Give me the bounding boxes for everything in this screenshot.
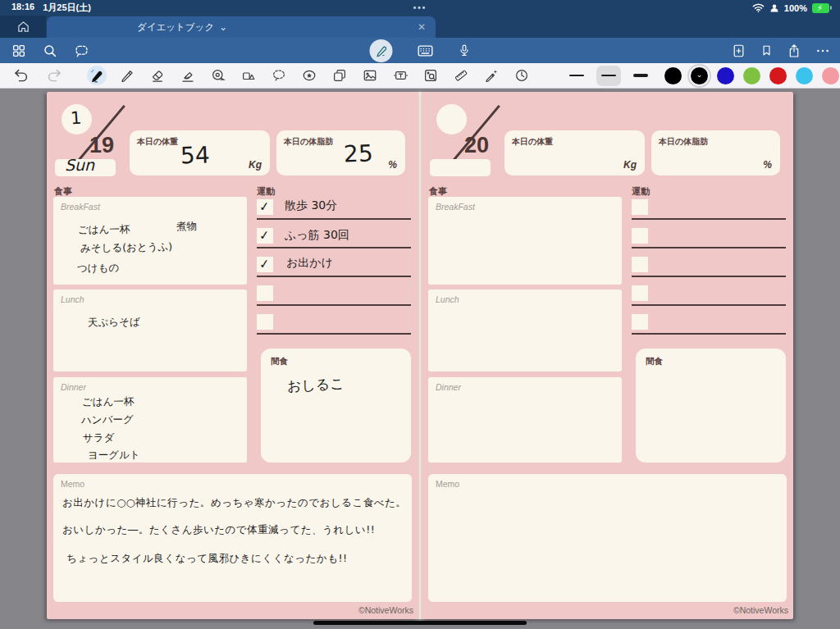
exercise-section-label: 運動 [257,185,275,198]
keyboard-button[interactable] [418,44,434,57]
fat-box: 本日の体脂肪 25 % [276,130,405,175]
clock-time: 18:16 [11,2,34,14]
dinner-label: Dinner [436,382,461,392]
home-indicator[interactable] [313,621,527,625]
color-swatch-black-selected[interactable] [691,67,708,84]
lasso-tool[interactable] [269,66,289,85]
exercise-line [257,218,411,220]
weight-box: 本日の体重 Kg [504,130,645,175]
stroke-width-thick[interactable] [628,66,653,86]
highlighter-tool[interactable] [178,66,198,85]
exercise-line [257,333,411,335]
search-button[interactable] [43,43,57,58]
more-button[interactable] [815,43,830,58]
fat-label: 本日の体脂肪 [284,136,333,148]
handwriting-check-2: ✓ [258,227,270,243]
weight-label: 本日の体重 [512,136,553,148]
handwriting-check-3: ✓ [258,256,270,271]
eraser-tool[interactable] [148,66,167,85]
pencil-tool[interactable] [117,66,137,85]
share-button[interactable] [788,43,801,58]
microphone-button[interactable] [459,43,471,58]
exercise-line [632,247,786,248]
pages-tool[interactable] [330,66,349,85]
snack-box: 間食 [636,349,786,463]
home-button[interactable] [0,16,46,38]
redo-button[interactable] [44,66,64,85]
active-pen-tool-button[interactable] [370,39,393,62]
page-right[interactable]: 20 本日の体重 Kg 本日の体脂肪 % 食事 運動 BreakFast Lun… [422,92,793,619]
multitask-indicator[interactable]: ••• [413,3,427,12]
element-search-tool[interactable] [421,66,441,85]
color-swatch-red[interactable] [769,67,787,84]
date-circle [436,104,467,134]
sticker-tool[interactable] [299,66,319,85]
exercise-line [632,276,786,277]
snack-box: 間食 おしるこ [261,349,411,463]
exercise-checkbox: ✓ [257,199,273,215]
exercise-checkbox [632,257,648,272]
weight-unit: Kg [249,159,262,171]
clock-tool[interactable] [512,66,532,85]
chevron-down-icon[interactable]: ⌄ [219,21,227,33]
color-swatch-cyan[interactable] [796,67,813,84]
handwriting-snack: おしるこ [286,374,345,396]
page-left[interactable]: 1 19 Sun 本日の体重 54 Kg 本日の体脂肪 25 % 食事 [47,92,418,619]
tab-close-button[interactable]: ✕ [418,21,426,33]
lasso-add-button[interactable] [74,43,89,58]
fat-box: 本日の体脂肪 % [651,130,780,175]
tab-strip: ダイエットブック ⌄ ✕ [0,16,840,38]
bookmark-button[interactable] [760,43,773,57]
lunch-box: Lunch [428,289,622,371]
add-page-button[interactable] [732,43,746,58]
exercise-checkbox [632,314,648,330]
handwriting-breakfast-2: みそしる(おとうふ) [80,240,172,256]
thumbnails-grid-button[interactable] [11,43,26,58]
exercise-section-label: 運動 [632,185,650,198]
stroke-width-medium[interactable] [596,66,621,86]
main-toolbar [0,38,840,63]
handwriting-breakfast-1: ごはん一杯 [78,222,130,237]
home-icon [16,20,30,34]
color-swatch-black[interactable] [664,67,682,84]
exercise-line [257,276,411,277]
tools-bar [0,63,840,89]
memo-box: Memo [428,474,787,602]
breakfast-label: BreakFast [61,202,100,212]
image-tool[interactable] [360,66,380,85]
lunch-label: Lunch [61,294,84,304]
handwriting-exercise-1: 散歩 30分 [285,198,337,213]
date-number: 20 [464,133,489,158]
handwriting-dinner-3: サラダ [83,431,115,446]
handwriting-exercise-3: お出かけ [286,256,333,271]
document-tab[interactable]: ダイエットブック ⌄ ✕ [47,16,436,38]
breakfast-box: BreakFast [428,197,622,285]
exercise-checkbox: ✓ [257,228,273,244]
stroke-width-thin[interactable] [564,66,589,86]
fat-unit: % [388,159,397,171]
shape-tool[interactable] [239,66,258,85]
ruler-tool[interactable] [451,66,471,85]
fat-unit: % [763,159,772,171]
handwriting-dinner-4: ヨーグルト [88,448,140,463]
fat-label: 本日の体脂肪 [659,136,708,148]
snack-label: 間食 [646,356,663,367]
color-swatch-blue[interactable] [717,67,734,84]
memo-label: Memo [61,479,84,489]
handwriting-dinner-2: ハンバーグ [81,412,134,427]
tape-tool[interactable] [208,66,228,85]
battery-percent: 100% [784,3,807,13]
handwriting-lunch-1: 天ぷらそば [88,315,140,330]
color-swatch-green[interactable] [743,67,760,84]
date-circle: 1 [62,104,92,134]
text-tool[interactable] [390,66,410,85]
exercise-checkbox [257,285,273,301]
lunch-box: Lunch 天ぷらそば [53,289,247,371]
handwriting-weight: 54 [180,141,210,169]
color-swatch-pink[interactable] [822,67,839,84]
fountain-pen-tool[interactable] [87,66,107,85]
undo-button[interactable] [11,66,31,85]
magic-pen-tool[interactable] [482,66,501,85]
document-canvas[interactable]: 1 19 Sun 本日の体重 54 Kg 本日の体脂肪 25 % 食事 [0,89,840,629]
exercise-checkbox [632,228,648,244]
